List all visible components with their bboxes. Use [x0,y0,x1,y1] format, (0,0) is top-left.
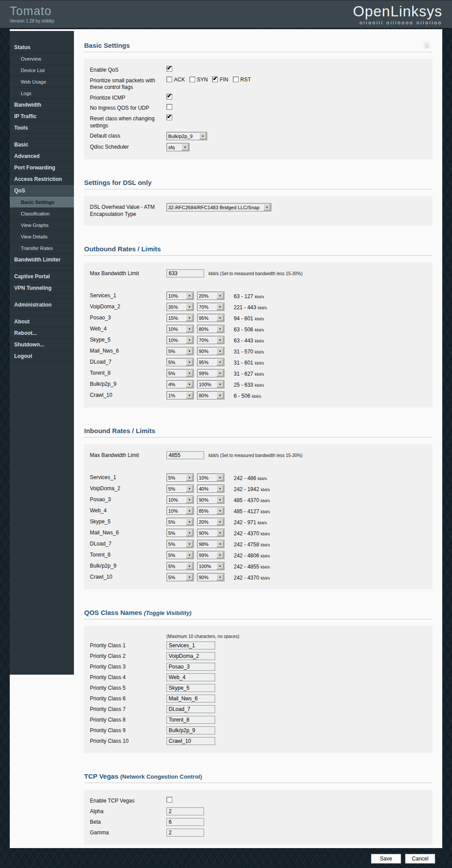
outbound-crawl-10-rate-select[interactable]: 1%▼ [166,391,194,399]
inbound-voipdoma-2-rate-select[interactable]: 5%▼ [166,484,194,493]
outbound-mail-nws-6-rate-select[interactable]: 5%▼ [166,347,194,355]
no-ingress-qos-for-udp-checkbox[interactable] [166,104,172,110]
sidebar-item-status[interactable]: Status [10,42,74,53]
sidebar-item-bandwidth-limiter[interactable]: Bandwidth Limiter [10,254,74,265]
inbound-mail-nws-6-limit-select[interactable]: 90%▼ [197,529,224,537]
outbound-skype-5-rate-select[interactable]: 10%▼ [166,336,194,344]
inbound-web-4-rate-select[interactable]: 10%▼ [166,507,194,515]
inbound-dload-7-rate-select[interactable]: 5%▼ [166,540,194,548]
outbound-web-4-limit-select[interactable]: 80%▼ [197,325,224,333]
field-label: Reset class when changing settings [90,115,166,129]
inbound-bulk-p2p-9-rate-select[interactable]: 5%▼ [166,562,194,570]
sidebar-item-classification[interactable]: Classification [10,208,74,219]
enable-tcp-vegas-checkbox[interactable] [166,797,172,803]
enable-qos-checkbox[interactable]: ✔ [166,66,172,72]
outbound-class-row: Mail_Nws_65%▼90%▼31 - 570 kbit/s [90,346,428,357]
inbound-voipdoma-2-limit-select[interactable]: 40%▼ [197,484,224,493]
outbound-posao-3-rate-select[interactable]: 15%▼ [166,314,194,322]
inbound-torent-8-rate-select[interactable]: 5%▼ [166,551,194,559]
sidebar-item-web-usage[interactable]: Web Usage [10,76,74,88]
priority-class-7-input[interactable] [166,705,215,713]
inbound-bulk-p2p-9-limit-select[interactable]: 100%▼ [197,562,224,570]
sidebar-item-bandwidth[interactable]: Bandwidth [10,99,74,111]
reset-class-when-changing-settings-checkbox[interactable]: ✔ [166,115,172,120]
outbound-bulk-p2p-9-rate-select[interactable]: 4%▼ [166,380,194,388]
sidebar-item-advanced[interactable]: Advanced [10,150,74,162]
priority-class-2-input[interactable] [166,652,215,660]
outbound-torent-8-rate-select[interactable]: 5%▼ [166,369,194,377]
sidebar-item-tools[interactable]: Tools [10,122,74,134]
flag-syn-checkbox[interactable] [189,77,195,82]
outbound-dload-7-rate-select[interactable]: 5%▼ [166,358,194,366]
inbound-skype-5-limit-select[interactable]: 20%▼ [197,518,224,526]
outbound-bulk-p2p-9-limit-select[interactable]: 100%▼ [197,380,224,388]
priority-class-8-input[interactable] [166,716,215,724]
outbound-mail-nws-6-limit-select[interactable]: 90%▼ [197,347,224,355]
inbound-web-4-limit-select[interactable]: 85%▼ [197,507,224,515]
inbound-services-1-rate-select[interactable]: 5%▼ [166,473,194,482]
beta-input[interactable] [166,818,204,826]
flag-fin-checkbox[interactable]: ✔ [212,77,218,82]
sidebar-item-view-details[interactable]: View Details [10,231,74,242]
priority-class-10-input[interactable] [166,737,215,745]
inbound-dload-7-limit-select[interactable]: 98%▼ [197,540,224,548]
priority-class-9-input[interactable] [166,726,215,734]
outbound-web-4-rate-select[interactable]: 10%▼ [166,325,194,333]
outbound-dload-7-limit-select[interactable]: 95%▼ [197,358,224,366]
outbound-posao-3-limit-select[interactable]: 95%▼ [197,314,224,322]
sidebar-item-administration[interactable]: Administration [10,299,74,311]
outbound-skype-5-limit-select[interactable]: 70%▼ [197,336,224,344]
inbound-crawl-10-limit-select[interactable]: 90%▼ [197,573,224,581]
sidebar-item-view-graphs[interactable]: View Graphs [10,219,74,231]
flag-ack-checkbox[interactable] [166,77,172,82]
sidebar-item-basic[interactable]: Basic [10,139,74,150]
dsl-overhead-select[interactable]: 32-RFC2684/RFC1483 Bridged LLC/Snap▼ [166,203,271,211]
sidebar-item-access-restriction[interactable]: Access Restriction [10,173,74,185]
outbound-services-1-rate-select[interactable]: 10%▼ [166,292,194,300]
qdisc-scheduler-select[interactable]: sfq▼ [166,143,189,151]
cancel-button[interactable]: Cancel [405,854,435,864]
sidebar-item-overview[interactable]: Overview [10,53,74,65]
default-class-select[interactable]: Bulk/p2p_9▼ [166,132,207,140]
sidebar-item-shutdown[interactable]: Shutdown... [10,339,74,350]
sidebar-item-transfer-rates[interactable]: Transfer Rates [10,242,74,254]
priority-class-6-input[interactable] [166,695,215,703]
inbound-mail-nws-6-rate-select[interactable]: 5%▼ [166,529,194,537]
flag-rst-checkbox[interactable] [233,77,239,82]
outbound-voipdoma-2-limit-select[interactable]: 70%▼ [197,303,224,311]
sidebar-item-basic-settings[interactable]: Basic Settings [10,196,74,208]
sidebar-item-ip-traffic[interactable]: IP Traffic [10,111,74,122]
outbound-services-1-limit-select[interactable]: 20%▼ [197,292,224,300]
inbound-torent-8-limit-select[interactable]: 99%▼ [197,551,224,559]
sidebar-gap [10,265,74,271]
outbound-voipdoma-2-rate-select[interactable]: 35%▼ [166,303,194,311]
tcp-vegas-box: Enable TCP Vegas AlphaBetaGamma [84,790,433,845]
inbound-posao-3-rate-select[interactable]: 10%▼ [166,495,194,504]
priority-class-3-input[interactable] [166,663,215,671]
inbound-services-1-limit-select[interactable]: 10%▼ [197,473,224,482]
sidebar-item-logout[interactable]: Logout [10,350,74,362]
gamma-input[interactable] [166,829,204,837]
save-button[interactable]: Save [371,854,401,864]
priority-class-1-input[interactable] [166,641,215,649]
sidebar-item-captive-portal[interactable]: Captive Portal [10,271,74,282]
inbound-skype-5-rate-select[interactable]: 5%▼ [166,518,194,526]
sidebar-item-about[interactable]: About [10,316,74,327]
priority-class-4-input[interactable] [166,673,215,681]
inbound-crawl-10-rate-select[interactable]: 5%▼ [166,573,194,581]
sidebar-item-reboot[interactable]: Reboot... [10,327,74,339]
outbound-max-bandwidth-input[interactable] [166,269,204,277]
inbound-max-bandwidth-input[interactable] [166,451,204,459]
sidebar-item-logs[interactable]: Logs [10,88,74,99]
sidebar-item-vpn-tunneling[interactable]: VPN Tunneling [10,282,74,294]
inbound-posao-3-limit-select[interactable]: 90%▼ [197,495,224,504]
prioritize-icmp-checkbox[interactable]: ✔ [166,94,172,100]
alpha-input[interactable] [166,807,204,815]
dropdown-arrow-icon: ▼ [216,518,224,525]
sidebar-item-qos[interactable]: QoS [10,185,74,196]
outbound-torent-8-limit-select[interactable]: 99%▼ [197,369,224,377]
outbound-crawl-10-limit-select[interactable]: 80%▼ [197,391,224,399]
sidebar-item-device-list[interactable]: Device List [10,65,74,76]
priority-class-5-input[interactable] [166,684,215,692]
sidebar-item-port-forwarding[interactable]: Port Forwarding [10,162,74,173]
